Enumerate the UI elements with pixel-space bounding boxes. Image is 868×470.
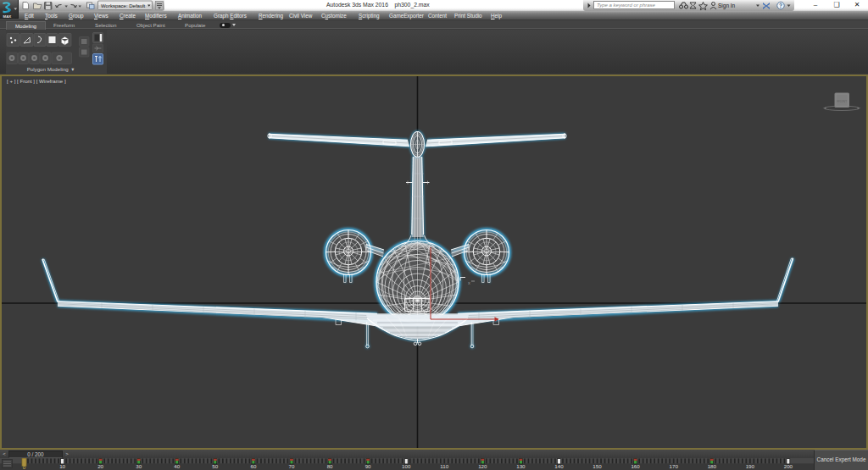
svg-text:120: 120 bbox=[478, 463, 487, 469]
svg-text:80: 80 bbox=[327, 463, 333, 469]
svg-text:160: 160 bbox=[631, 463, 640, 469]
svg-text:150: 150 bbox=[593, 463, 602, 469]
svg-text:?: ? bbox=[779, 3, 782, 8]
svg-text:110: 110 bbox=[440, 463, 448, 469]
svg-text:170: 170 bbox=[670, 463, 679, 469]
svg-text:200: 200 bbox=[784, 463, 793, 469]
svg-text:180: 180 bbox=[708, 463, 717, 469]
svg-text:190: 190 bbox=[746, 463, 755, 469]
svg-text:x: x bbox=[468, 280, 470, 285]
svg-text:90: 90 bbox=[365, 463, 371, 469]
svg-text:MAX: MAX bbox=[3, 14, 12, 19]
svg-text:50: 50 bbox=[212, 463, 218, 469]
svg-text:70: 70 bbox=[289, 463, 295, 469]
svg-text:20: 20 bbox=[97, 463, 103, 469]
svg-text:30: 30 bbox=[136, 463, 142, 469]
svg-text:140: 140 bbox=[554, 463, 564, 469]
svg-text:0: 0 bbox=[23, 464, 26, 470]
svg-text:Workspace: Default: Workspace: Default bbox=[101, 3, 146, 8]
svg-text:FRONT: FRONT bbox=[837, 100, 848, 103]
svg-text:40: 40 bbox=[174, 463, 180, 469]
svg-text:60: 60 bbox=[250, 463, 256, 469]
svg-text:100: 100 bbox=[402, 463, 411, 469]
svg-text:10: 10 bbox=[59, 463, 65, 469]
svg-text:130: 130 bbox=[516, 463, 526, 469]
